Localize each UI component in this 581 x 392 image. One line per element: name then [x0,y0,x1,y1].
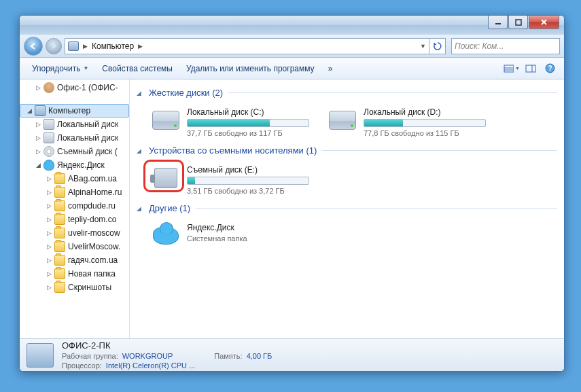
group-header-hdd[interactable]: ◢ Жесткие диски (2) [137,88,563,98]
folder-icon [54,200,65,211]
capacity-bar [187,177,309,185]
drive-icon [43,132,54,143]
minimize-button[interactable] [488,16,508,29]
body: ▷ Офис-1 (ОФИС- ◢ Компьютер ▷ Локальный … [20,79,564,338]
tree-item-user[interactable]: ▷ Офис-1 (ОФИС- [20,81,129,94]
svg-rect-1 [516,20,521,25]
drive-icon [43,119,54,130]
chevron-down-icon[interactable]: ▼ [420,43,426,50]
collapse-icon: ◢ [137,90,143,96]
expander-icon[interactable]: ▷ [46,284,53,291]
toolbar-overflow[interactable]: » [321,61,340,76]
expander-icon[interactable]: ▷ [46,270,53,278]
folder-icon [54,187,65,198]
breadcrumb-item[interactable]: Компьютер [92,41,134,51]
expander-icon[interactable]: ◢ [35,162,42,169]
tree-item-folder[interactable]: ▷AlpinaHome.ru [20,185,129,199]
address-bar: ▶ Компьютер ▶ ▼ Поиск: Ком... [20,35,564,58]
tree-item-removable[interactable]: ▷ Съемный диск ( [20,145,129,158]
content-pane: ◢ Жесткие диски (2) Локальный диск (C:) … [130,79,564,338]
svg-rect-7 [526,65,535,72]
folder-icon [54,173,65,184]
computer-icon [35,105,46,116]
address-box[interactable]: ▶ Компьютер ▶ ▼ [65,38,429,54]
forward-button[interactable] [46,38,62,54]
tree-item-computer[interactable]: ◢ Компьютер [20,104,129,118]
removable-icon [43,146,54,157]
group-header-other[interactable]: ◢ Другие (1) [137,203,563,213]
capacity-bar [187,119,309,127]
hdd-icon [328,107,357,133]
svg-rect-4 [504,65,514,72]
folder-icon [54,255,65,266]
navigation-tree: ▷ Офис-1 (ОФИС- ◢ Компьютер ▷ Локальный … [20,79,130,338]
hdd-icon [152,107,180,133]
refresh-button[interactable] [429,38,446,54]
drive-c[interactable]: Локальный диск (C:) 37,7 ГБ свободно из … [146,103,323,141]
tree-item-folder[interactable]: ▷Новая папка [20,267,129,281]
expander-icon[interactable]: ▷ [46,189,53,196]
folder-icon [54,228,65,238]
chevron-right-icon: ▶ [83,43,88,50]
expander-icon[interactable]: ▷ [46,257,53,264]
chevron-right-icon: ▶ [138,43,143,50]
tree-item-folder[interactable]: ▷ABag.com.ua [20,172,129,185]
search-input[interactable]: Поиск: Ком... [451,38,560,54]
usb-drive-icon [152,165,180,191]
expander-icon[interactable]: ▷ [35,84,42,92]
folder-icon [54,214,65,225]
svg-text:?: ? [548,65,552,72]
tree-item-yandex[interactable]: ◢ Яндекс.Диск [20,158,129,172]
expander-icon[interactable]: ◢ [26,107,33,115]
tree-item-drive-c[interactable]: ▷ Локальный диск [20,118,129,131]
user-icon [43,82,54,93]
collapse-icon: ◢ [137,205,143,212]
drive-d[interactable]: Локальный диск (D:) 77,8 ГБ свободно из … [323,103,499,141]
folder-icon [54,282,65,293]
computer-large-icon [27,343,54,368]
collapse-icon: ◢ [137,147,143,154]
expander-icon[interactable]: ▷ [46,243,53,251]
back-button[interactable] [24,37,43,56]
folder-icon [54,241,65,252]
yandex-disk-item[interactable]: Яндекс.Диск Системная папка [146,219,323,253]
chevron-down-icon: ▼ [83,65,88,71]
expander-icon[interactable]: ▷ [46,175,53,183]
explorer-window: ▶ Компьютер ▶ ▼ Поиск: Ком... Упорядочит… [19,15,565,372]
tree-item-drive-d[interactable]: ▷ Локальный диск [20,131,129,145]
cloud-icon [152,223,180,249]
computer-name: ОФИС-2-ПК [62,340,272,351]
group-header-removable[interactable]: ◢ Устройства со съемными носителями (1) [137,145,563,156]
view-button[interactable]: ▼ [503,61,521,76]
maximize-button[interactable] [508,16,528,29]
expander-icon[interactable]: ▷ [46,202,53,210]
expander-icon[interactable]: ▷ [35,121,42,128]
tree-item-folder[interactable]: ▷uvelir-moscow [20,226,129,240]
organize-button[interactable]: Упорядочить▼ [25,61,95,76]
tree-item-folder[interactable]: ▷UvelirMoscow. [20,240,129,253]
help-button[interactable]: ? [541,61,559,76]
details-pane: ОФИС-2-ПК Рабочая группа:WORKGROUP Проце… [20,338,564,371]
expander-icon[interactable]: ▷ [46,216,53,224]
system-properties-button[interactable]: Свойства системы [95,61,179,76]
capacity-bar [364,119,486,127]
drive-e-removable[interactable]: Съемный диск (E:) 3,51 ГБ свободно из 3,… [146,161,323,199]
uninstall-program-button[interactable]: Удалить или изменить программу [179,61,321,76]
titlebar [20,16,564,35]
cloud-icon [43,160,54,171]
tree-item-folder[interactable]: ▷Скриншоты [20,281,129,294]
tree-item-folder[interactable]: ▷compdude.ru [20,199,129,213]
toolbar: Упорядочить▼ Свойства системы Удалить ил… [20,58,564,79]
preview-pane-button[interactable] [522,61,540,76]
close-button[interactable] [529,16,559,29]
expander-icon[interactable]: ▷ [46,230,53,237]
expander-icon[interactable]: ▷ [35,148,42,156]
expander-icon[interactable]: ▷ [35,135,42,142]
folder-icon [54,268,65,279]
tree-item-folder[interactable]: ▷tepliy-dom.co [20,213,129,226]
computer-icon [68,41,79,51]
tree-item-folder[interactable]: ▷гадяч.com.ua [20,253,129,267]
